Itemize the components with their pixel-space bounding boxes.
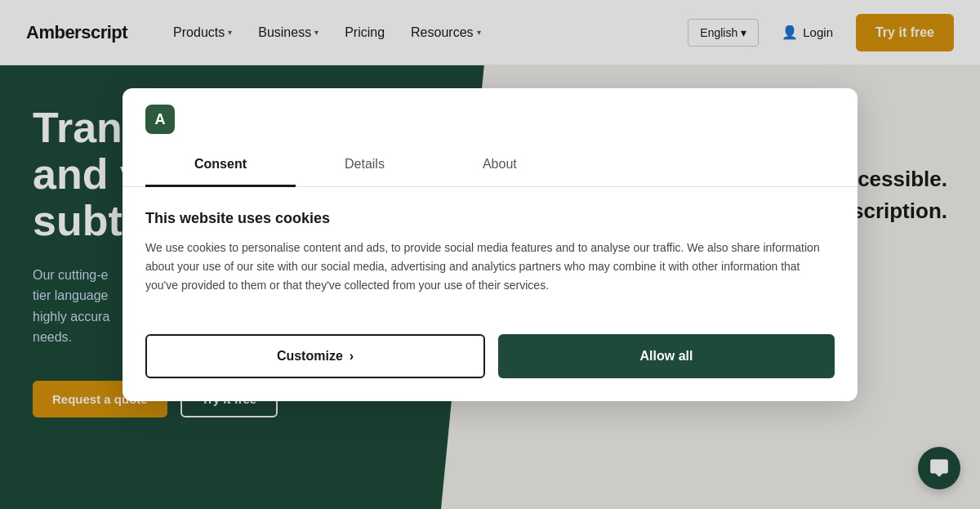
allow-all-button[interactable]: Allow all [498, 334, 835, 378]
cookie-modal-body-text: We use cookies to personalise content an… [145, 239, 835, 295]
tab-about[interactable]: About [434, 144, 566, 187]
modal-body: This website uses cookies We use cookies… [122, 187, 858, 318]
tab-consent[interactable]: Consent [145, 144, 296, 187]
modal-actions: Customize › Allow all [122, 318, 858, 401]
modal-tabs: Consent Details About [122, 144, 858, 187]
tab-details[interactable]: Details [296, 144, 434, 187]
cookie-modal: A Consent Details About This website use… [122, 88, 858, 401]
cookie-overlay: A Consent Details About This website use… [0, 0, 980, 509]
cookie-modal-title: This website uses cookies [145, 210, 835, 227]
modal-header: A [122, 88, 858, 134]
modal-brand-logo: A [145, 105, 175, 134]
chevron-right-icon: › [350, 349, 354, 364]
customize-button[interactable]: Customize › [145, 334, 485, 378]
